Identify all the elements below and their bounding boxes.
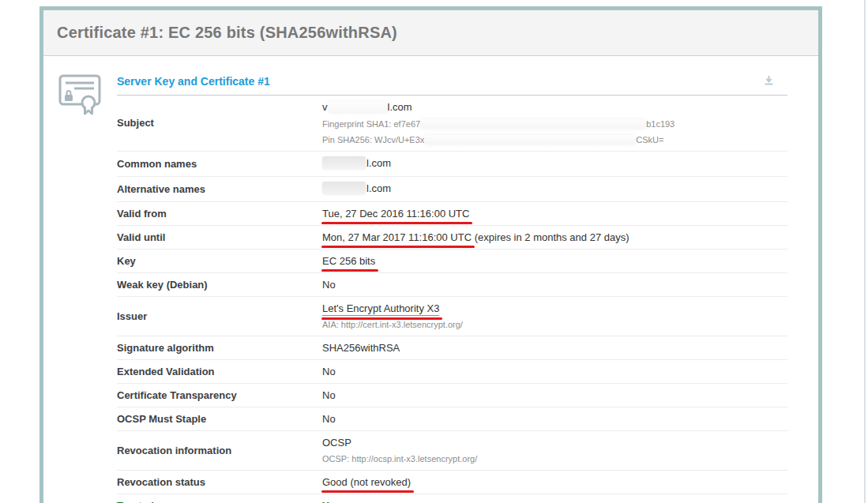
row-label: Revocation status <box>117 476 322 488</box>
row-label: Valid until <box>117 231 322 243</box>
row-label: Issuer <box>117 310 322 322</box>
common-name-suffix: l.com <box>366 157 391 169</box>
table-row-ocsp-must-staple: OCSP Must Staple No <box>117 407 787 431</box>
fingerprint-text-end: b1c193 <box>646 119 674 129</box>
trusted-value: Yes <box>322 500 340 503</box>
row-value: Good (not revoked) <box>322 476 411 488</box>
table-row-valid-until: Valid until Mon, 27 Mar 2017 11:16:00 UT… <box>117 226 787 250</box>
table-row-revocation-information: Revocation information OCSP OCSP: http:/… <box>117 431 787 471</box>
section-title-link[interactable]: Server Key and Certificate #1 <box>117 75 270 88</box>
row-value: No <box>322 279 336 291</box>
table-row-valid-from: Valid from Tue, 27 Dec 2016 11:16:00 UTC <box>117 202 787 226</box>
row-label: Weak key (Debian) <box>117 279 322 291</box>
redaction-patch <box>424 135 636 145</box>
redaction-patch <box>322 182 366 195</box>
table-row-revocation-status: Revocation status Good (not revoked) <box>117 471 787 494</box>
page-title: Certificate #1: EC 256 bits (SHA256withR… <box>57 24 397 42</box>
fingerprint-text: Fingerprint SHA1: ef7e67 <box>322 119 420 129</box>
download-icon[interactable] <box>763 75 775 86</box>
issuer-aia-url: AIA: http://cert.int-x3.letsencrypt.org/ <box>322 320 463 330</box>
ssl-report-page: Certificate #1: EC 256 bits (SHA256withR… <box>0 0 868 503</box>
row-label: Alternative names <box>117 183 322 195</box>
pin-text-end: CSkU= <box>636 135 663 145</box>
row-value: EC 256 bits <box>322 255 375 267</box>
subject-cn-prefix: v <box>322 101 328 113</box>
row-label: Trusted <box>117 500 322 503</box>
row-label: Extended Validation <box>117 366 322 377</box>
valid-from-value: Tue, 27 Dec 2016 11:16:00 UTC <box>322 208 469 220</box>
certificate-icon <box>58 74 103 115</box>
row-value: Let's Encrypt Authority X3 AIA: http://c… <box>322 302 463 330</box>
subject-pin: Pin SHA256: WJcv/U+E3xCSkU= <box>322 135 674 145</box>
row-label: OCSP Must Staple <box>117 413 322 425</box>
revocation-status-value: Good (not revoked) <box>322 476 411 488</box>
table-row-subject: Subject vl.com Fingerprint SHA1: ef7e67b… <box>117 96 787 152</box>
issuer-name-line: Let's Encrypt Authority X3 <box>322 302 463 314</box>
row-value: Tue, 27 Dec 2016 11:16:00 UTC <box>322 208 469 220</box>
row-value: No <box>322 366 336 377</box>
revocation-method: OCSP <box>322 437 477 449</box>
table-row-extended-validation: Extended Validation No <box>117 360 787 384</box>
issuer-link[interactable]: Let's Encrypt Authority X3 <box>322 302 439 316</box>
redaction-patch <box>322 156 366 170</box>
subject-common-name: vl.com <box>322 101 674 114</box>
table-row-trusted: Trusted Yes <box>117 494 787 503</box>
pin-text: Pin SHA256: WJcv/U+E3x <box>322 135 424 145</box>
row-label: Certificate Transparency <box>117 389 322 401</box>
page-right-border <box>864 0 866 503</box>
row-value: SHA256withRSA <box>322 342 400 354</box>
subject-fingerprint: Fingerprint SHA1: ef7e67b1c193 <box>322 119 674 130</box>
valid-until-note: (expires in 2 months and 27 days) <box>472 231 629 243</box>
section-title-row: Server Key and Certificate #1 <box>117 75 787 96</box>
row-label: Signature algorithm <box>117 342 322 354</box>
table-row-common-names: Common names l.com <box>117 152 787 177</box>
row-value: l.com <box>322 157 391 171</box>
row-value: l.com <box>322 182 391 196</box>
row-label: Key <box>117 255 322 267</box>
table-row-weak-key: Weak key (Debian) No <box>117 273 787 297</box>
certificate-panel: Certificate #1: EC 256 bits (SHA256withR… <box>39 6 822 503</box>
redaction-patch <box>328 102 388 113</box>
table-row-key: Key EC 256 bits <box>117 250 787 273</box>
panel-header: Certificate #1: EC 256 bits (SHA256withR… <box>43 10 818 56</box>
section-content: Server Key and Certificate #1 Subject vl… <box>117 75 787 503</box>
valid-until-value: Mon, 27 Mar 2017 11:16:00 UTC <box>322 231 472 243</box>
table-row-issuer: Issuer Let's Encrypt Authority X3 AIA: h… <box>117 297 787 336</box>
table-row-alternative-names: Alternative names l.com <box>117 177 787 202</box>
row-label: Subject <box>117 117 322 129</box>
row-value: No <box>322 389 336 401</box>
subject-cn-suffix: l.com <box>388 101 412 113</box>
revocation-ocsp-url: OCSP: http://ocsp.int-x3.letsencrypt.org… <box>322 454 477 464</box>
redaction-patch <box>420 119 646 129</box>
row-value: vl.com Fingerprint SHA1: ef7e67b1c193 Pi… <box>322 101 674 145</box>
row-label: Revocation information <box>117 445 322 456</box>
row-value: Yes <box>322 500 340 503</box>
row-label: Valid from <box>117 208 322 220</box>
alt-name-suffix: l.com <box>366 182 391 194</box>
table-row-signature-algorithm: Signature algorithm SHA256withRSA <box>117 336 787 360</box>
key-value: EC 256 bits <box>322 255 375 267</box>
panel-body: Server Key and Certificate #1 Subject vl… <box>43 56 818 503</box>
row-label: Common names <box>117 158 322 170</box>
row-value: No <box>322 413 336 425</box>
row-value: Mon, 27 Mar 2017 11:16:00 UTC (expires i… <box>322 231 629 243</box>
table-row-certificate-transparency: Certificate Transparency No <box>117 384 787 407</box>
row-value: OCSP OCSP: http://ocsp.int-x3.letsencryp… <box>322 437 477 464</box>
